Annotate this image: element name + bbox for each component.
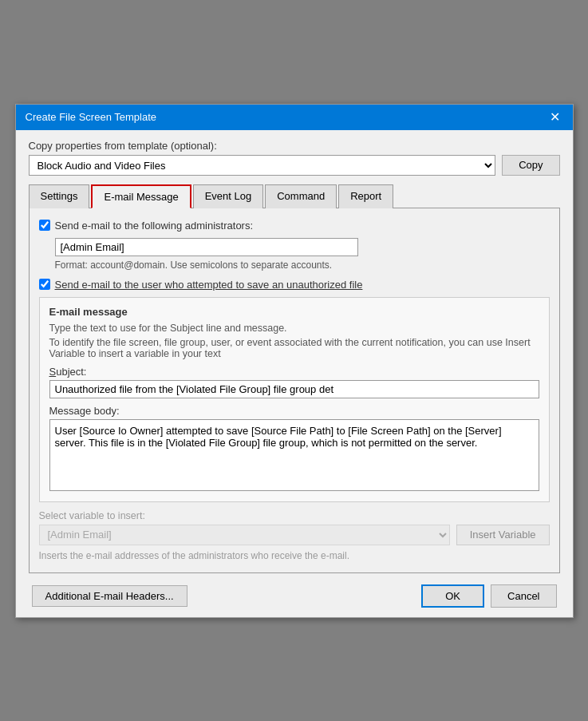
variable-row: [Admin Email] Insert Variable <box>39 525 550 545</box>
copy-section: Copy properties from template (optional)… <box>29 140 560 176</box>
admin-email-input[interactable] <box>55 238 358 256</box>
send-user-row: Send e-mail to the user who attempted to… <box>39 279 550 291</box>
tab-command[interactable]: Command <box>265 184 337 208</box>
tab-eventlog[interactable]: Event Log <box>193 184 264 208</box>
email-headers-button[interactable]: Additional E-mail Headers... <box>32 585 187 607</box>
create-file-screen-dialog: Create File Screen Template ✕ Copy prope… <box>15 104 574 618</box>
subject-input[interactable] <box>49 380 539 398</box>
tab-email[interactable]: E-mail Message <box>91 184 191 208</box>
copy-button[interactable]: Copy <box>502 155 559 176</box>
title-bar: Create File Screen Template ✕ <box>16 105 573 130</box>
send-admin-label[interactable]: Send e-mail to the following administrat… <box>55 220 254 232</box>
close-button[interactable]: ✕ <box>547 111 563 124</box>
cancel-button[interactable]: Cancel <box>491 584 556 608</box>
template-select[interactable]: Block Audio and Video Files <box>29 155 496 176</box>
format-hint: Format: account@domain. Use semicolons t… <box>55 259 550 271</box>
email-message-title: E-mail message <box>49 306 539 318</box>
tab-settings[interactable]: Settings <box>29 184 90 208</box>
ok-button[interactable]: OK <box>421 584 484 608</box>
message-body-textarea[interactable] <box>49 419 539 491</box>
send-user-checkbox[interactable] <box>39 279 50 290</box>
copy-label: Copy properties from template (optional)… <box>29 140 560 152</box>
dialog-title: Create File Screen Template <box>26 111 157 123</box>
ok-cancel-group: OK Cancel <box>421 584 556 608</box>
bottom-buttons: Additional E-mail Headers... OK Cancel <box>29 584 560 608</box>
tabs: Settings E-mail Message Event Log Comman… <box>29 184 560 208</box>
email-desc2: To identify the file screen, file group,… <box>49 337 539 359</box>
tab-content: Send e-mail to the following administrat… <box>29 208 560 573</box>
send-admin-checkbox[interactable] <box>39 220 50 231</box>
email-desc1: Type the text to use for the Subject lin… <box>49 323 539 334</box>
insert-variable-button[interactable]: Insert Variable <box>456 525 550 545</box>
copy-row: Block Audio and Video Files Copy <box>29 155 560 176</box>
email-message-section: E-mail message Type the text to use for … <box>39 297 550 502</box>
variable-label: Select variable to insert: <box>39 510 550 521</box>
tab-report[interactable]: Report <box>338 184 393 208</box>
variable-hint: Inserts the e-mail addresses of the admi… <box>39 550 550 561</box>
dialog-body: Copy properties from template (optional)… <box>16 130 573 617</box>
variable-select[interactable]: [Admin Email] <box>39 525 450 545</box>
body-wrapper <box>49 419 539 493</box>
variable-section: Select variable to insert: [Admin Email]… <box>39 510 550 561</box>
subject-label: Subject: <box>49 366 539 378</box>
send-user-label[interactable]: Send e-mail to the user who attempted to… <box>55 279 363 291</box>
send-admin-row: Send e-mail to the following administrat… <box>39 220 550 232</box>
body-label: Message body: <box>49 405 539 417</box>
